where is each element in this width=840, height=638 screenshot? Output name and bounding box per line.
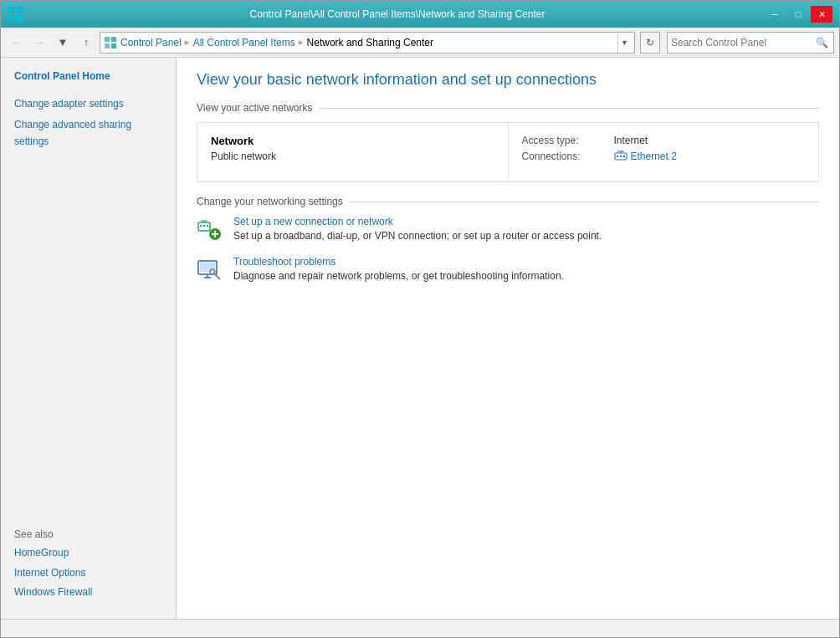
minimize-button[interactable]: ─ bbox=[764, 6, 786, 23]
navigation-bar: ← → ▼ ↑ Control Panel ► All Control Pane… bbox=[1, 28, 839, 58]
svg-rect-16 bbox=[203, 225, 205, 227]
restore-button[interactable]: □ bbox=[787, 6, 809, 23]
svg-rect-4 bbox=[105, 37, 110, 42]
troubleshoot-text: Troubleshoot problems Diagnose and repai… bbox=[233, 256, 819, 282]
active-networks-label: View your active networks bbox=[197, 102, 313, 114]
breadcrumb-current: Network and Sharing Center bbox=[307, 37, 433, 48]
access-type-value: Internet bbox=[614, 135, 648, 146]
sidebar-bottom: See also HomeGroup Internet Options Wind… bbox=[1, 520, 176, 610]
address-dropdown[interactable]: ▼ bbox=[617, 33, 631, 53]
settings-divider bbox=[350, 202, 819, 202]
content-area: Control Panel Home Change adapter settin… bbox=[1, 58, 839, 619]
sidebar-windows-firewall[interactable]: Windows Firewall bbox=[14, 583, 162, 602]
up-button[interactable]: ↑ bbox=[76, 33, 96, 53]
sidebar-top: Control Panel Home Change adapter settin… bbox=[1, 66, 176, 520]
network-box: Network Public network Access type: Inte… bbox=[197, 122, 819, 182]
status-bar bbox=[1, 619, 839, 637]
network-row: Network Public network Access type: Inte… bbox=[197, 123, 818, 181]
sidebar-home-link[interactable]: Control Panel Home bbox=[1, 66, 176, 87]
svg-rect-3 bbox=[17, 15, 23, 22]
sidebar-internet-options[interactable]: Internet Options bbox=[14, 564, 162, 583]
network-type: Public network bbox=[211, 151, 494, 162]
ethernet-link[interactable]: Ethernet 2 bbox=[614, 150, 677, 163]
address-icon bbox=[104, 36, 117, 49]
networking-settings-label: Change your networking settings bbox=[197, 196, 343, 207]
refresh-button[interactable]: ↻ bbox=[640, 32, 660, 54]
forward-button[interactable]: → bbox=[29, 33, 49, 53]
networking-settings-section: Change your networking settings bbox=[197, 196, 819, 283]
svg-rect-24 bbox=[200, 263, 215, 272]
section-divider bbox=[320, 108, 819, 109]
svg-rect-6 bbox=[105, 43, 110, 48]
sidebar-homegroup[interactable]: HomeGroup bbox=[14, 544, 162, 563]
access-type-row: Access type: Internet bbox=[522, 135, 806, 146]
troubleshoot-item: Troubleshoot problems Diagnose and repai… bbox=[197, 256, 819, 283]
new-connection-desc: Set up a broadband, dial-up, or VPN conn… bbox=[233, 230, 602, 242]
search-input[interactable] bbox=[671, 37, 813, 48]
new-connection-link[interactable]: Set up a new connection or network bbox=[233, 216, 819, 227]
sidebar: Control Panel Home Change adapter settin… bbox=[1, 58, 177, 619]
ethernet-label: Ethernet 2 bbox=[631, 151, 677, 162]
window-title: Control Panel\All Control Panel Items\Ne… bbox=[31, 8, 764, 20]
network-name: Network bbox=[211, 135, 494, 147]
svg-rect-11 bbox=[623, 156, 625, 157]
new-connection-item: Set up a new connection or network Set u… bbox=[197, 216, 819, 242]
network-info-left: Network Public network bbox=[197, 123, 509, 181]
svg-rect-5 bbox=[111, 37, 116, 42]
svg-rect-0 bbox=[8, 7, 15, 13]
sidebar-adapter-settings[interactable]: Change adapter settings bbox=[1, 94, 176, 115]
svg-rect-10 bbox=[620, 156, 622, 157]
connections-row: Connections: bbox=[522, 150, 806, 163]
main-window: Control Panel\All Control Panel Items\Ne… bbox=[0, 0, 840, 638]
breadcrumb-all-items[interactable]: All Control Panel Items bbox=[193, 37, 295, 48]
svg-rect-2 bbox=[8, 15, 15, 22]
see-also-label: See also bbox=[14, 528, 162, 540]
svg-rect-17 bbox=[207, 225, 208, 227]
sidebar-advanced-sharing[interactable]: Change advanced sharing settings bbox=[1, 115, 176, 151]
troubleshoot-desc: Diagnose and repair network problems, or… bbox=[233, 270, 564, 282]
search-icon[interactable]: 🔍 bbox=[813, 34, 830, 51]
troubleshoot-link[interactable]: Troubleshoot problems bbox=[233, 256, 819, 268]
access-type-label: Access type: bbox=[522, 135, 614, 146]
app-icon bbox=[8, 6, 24, 23]
svg-rect-9 bbox=[617, 156, 618, 157]
window-controls: ─ □ ✕ bbox=[764, 6, 832, 23]
recent-button[interactable]: ▼ bbox=[53, 33, 73, 53]
new-connection-text: Set up a new connection or network Set u… bbox=[233, 216, 819, 242]
main-content: View your basic network information and … bbox=[177, 58, 839, 619]
troubleshoot-icon bbox=[197, 256, 223, 283]
breadcrumb: Control Panel ► All Control Panel Items … bbox=[120, 37, 614, 48]
new-connection-icon bbox=[197, 216, 223, 242]
connections-label: Connections: bbox=[522, 151, 614, 162]
svg-rect-15 bbox=[200, 225, 202, 227]
ethernet-icon bbox=[614, 150, 627, 163]
back-button[interactable]: ← bbox=[6, 33, 26, 53]
search-bar: 🔍 bbox=[667, 32, 834, 54]
breadcrumb-control-panel[interactable]: Control Panel bbox=[120, 37, 182, 48]
active-networks-header: View your active networks bbox=[197, 102, 819, 114]
svg-rect-1 bbox=[17, 7, 23, 13]
page-title: View your basic network information and … bbox=[197, 71, 819, 89]
svg-rect-7 bbox=[111, 43, 116, 48]
address-bar: Control Panel ► All Control Panel Items … bbox=[100, 32, 635, 54]
title-bar: Control Panel\All Control Panel Items\Ne… bbox=[1, 1, 839, 28]
networking-settings-header: Change your networking settings bbox=[197, 196, 819, 207]
network-info-right: Access type: Internet Connections: bbox=[509, 123, 819, 181]
close-button[interactable]: ✕ bbox=[811, 6, 832, 23]
